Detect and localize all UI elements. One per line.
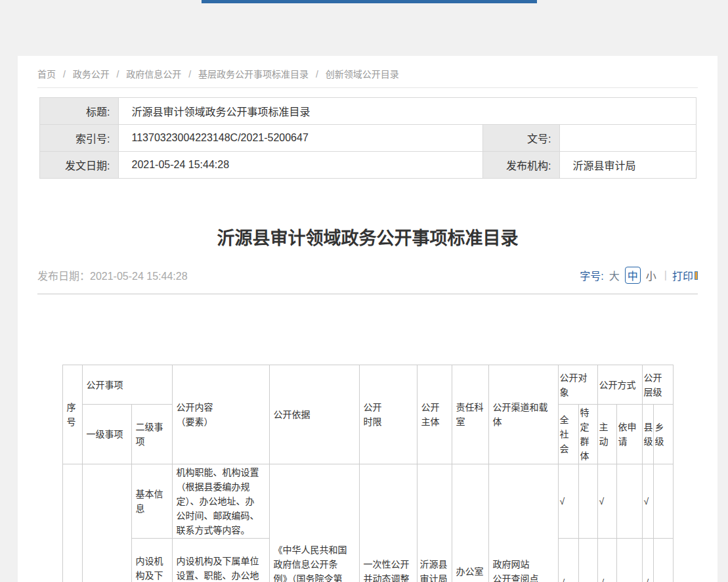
header-xuhao: 序 号 (62, 365, 82, 464)
cell-qudao-zaiti: 政府网站 公开查阅点 (488, 464, 558, 582)
page-title: 沂源县审计领域政务公开事项标准目录 (37, 227, 698, 250)
header-erji-shixiang: 二级事 项 (131, 405, 172, 464)
fontsize-small-button[interactable]: 小 (646, 267, 656, 283)
info-date-value: 2021-05-24 15:44:28 (118, 152, 482, 179)
cell-gongkai-yiju: 《中华人民共和国 政府信息公开条 例》（国务院令第 711号） (269, 464, 359, 582)
cell-xuhao (62, 464, 82, 582)
header-gongkai-yiju: 公开依据 (269, 365, 359, 464)
breadcrumb-item-jiceng[interactable]: 基层政务公开事项标准目录 (198, 69, 309, 79)
table-row: 标题: 沂源县审计领域政务公开事项标准目录 (39, 98, 696, 125)
header-zhudong: 主 动 (597, 405, 616, 464)
print-icon[interactable] (695, 271, 698, 280)
breadcrumb-divider (37, 87, 698, 88)
publish-date-value: 2021-05-24 15:44:28 (90, 271, 188, 282)
header-qudao-zaiti: 公开渠道和载 体 (488, 365, 558, 464)
header-zeren-keshi: 责任科 室 (452, 365, 488, 464)
header-gongkai-shixiang: 公开事项 (82, 365, 172, 405)
info-title-value: 沂源县审计领域政务公开事项标准目录 (118, 98, 696, 125)
header-teding-qunti: 特 定 群 体 (578, 405, 597, 464)
header-gongkai-duixiang: 公开对 象 (558, 365, 597, 405)
header-yiji-shixiang: 一级事项 (82, 405, 131, 464)
cell-zeren-keshi: 办公室 (452, 464, 488, 582)
table-row: 发文日期: 2021-05-24 15:44:28 发布机构: 沂源县审计局 (39, 152, 696, 179)
document-info-table: 标题: 沂源县审计领域政务公开事项标准目录 索引号: 1137032300422… (39, 97, 696, 179)
info-docnum-value (559, 125, 696, 152)
cell-check-xiangji (653, 539, 673, 582)
breadcrumb-separator: / (117, 69, 119, 79)
cell-check-yishenqing (616, 464, 642, 539)
cell-check-quanshehui: √ (558, 464, 578, 539)
breadcrumb-separator: / (188, 69, 191, 79)
article-meta: 发布日期：2021-05-24 15:44:28 字号: 大 中 小 | 打印 (37, 267, 698, 284)
cell-check-xiangji (653, 464, 673, 539)
info-index-label: 索引号: (39, 125, 118, 152)
info-docnum-label: 文号: (482, 125, 559, 152)
header-gongkai-neirong: 公开内容 （要素） (172, 365, 269, 464)
meta-separator: | (664, 269, 667, 281)
header-xianji: 县 级 (642, 405, 653, 464)
publish-date-label: 发布日期： (37, 271, 90, 282)
content-card: 首页 / 政务公开 / 政府信息公开 / 基层政务公开事项标准目录 / 创新领域… (18, 56, 717, 582)
cell-gongkai-zhuti: 沂源县 审计局 (417, 464, 452, 582)
table-row: 基本信 息 机构职能、机构设置 （根据县委编办规 定）、办公地址、办 公时间、邮… (62, 464, 673, 539)
cell-check-xianji: √ (642, 539, 653, 582)
breadcrumb-separator: / (316, 69, 318, 79)
cell-check-quanshehui: √ (558, 539, 578, 582)
cell-check-teding (578, 464, 597, 539)
info-title-label: 标题: (39, 98, 118, 125)
info-org-label: 发布机构: (482, 152, 559, 179)
header-yishenqing: 依申 请 (616, 405, 642, 464)
fontsize-label: 字号: (580, 267, 603, 283)
fontsize-large-button[interactable]: 大 (609, 267, 620, 283)
fontsize-medium-button[interactable]: 中 (625, 267, 641, 284)
cell-gongkai-neirong: 机构职能、机构设置 （根据县委编办规 定）、办公地址、办 公时间、邮政编码、 联… (172, 464, 269, 539)
cell-check-xianji: √ (642, 464, 653, 539)
table-row: 索引号: 11370323004223148C/2021-5200647 文号: (39, 125, 696, 152)
table-header-row: 序 号 公开事项 公开内容 （要素） 公开依据 公开 时限 公开 主体 责任科 … (62, 365, 673, 405)
header-gongkai-zhuti: 公开 主体 (417, 365, 452, 464)
header-gongkai-cengji: 公开 层级 (642, 365, 673, 405)
header-xiangji: 乡 级 (653, 405, 673, 464)
header-gongkai-shixian: 公开 时限 (359, 365, 417, 464)
print-button[interactable]: 打印 (672, 267, 693, 283)
cell-gongkai-neirong: 内设机构及下属单位 设置、职能、办公地 址、办公时间、联系 方式、负责人姓名等 (172, 539, 269, 582)
info-date-label: 发文日期: (39, 152, 118, 179)
breadcrumb-item-xinxi[interactable]: 政府信息公开 (126, 69, 181, 79)
cell-check-zhudong: √ (597, 539, 616, 582)
info-org-value: 沂源县审计局 (559, 152, 696, 179)
cell-erji-shixiang: 基本信 息 (131, 464, 172, 539)
breadcrumb-item-zhengwu[interactable]: 政务公开 (73, 69, 110, 79)
header-quanshehui: 全社 会 (558, 405, 578, 464)
cell-check-teding (578, 539, 597, 582)
publish-date: 发布日期：2021-05-24 15:44:28 (37, 267, 188, 283)
breadcrumb-item-chuangxin[interactable]: 创新领域公开目录 (326, 69, 399, 79)
breadcrumb: 首页 / 政务公开 / 政府信息公开 / 基层政务公开事项标准目录 / 创新领域… (37, 56, 698, 80)
cell-check-zhudong: √ (597, 464, 616, 539)
breadcrumb-separator: / (63, 69, 66, 79)
breadcrumb-item-home[interactable]: 首页 (37, 69, 56, 79)
cell-gongkai-shixian: 一次性公开 并动态调整 (359, 464, 417, 582)
meta-divider (37, 294, 698, 294)
cell-check-yishenqing (616, 539, 642, 582)
header-gongkai-fangshi: 公开方式 (597, 365, 642, 405)
info-index-value: 11370323004223148C/2021-5200647 (118, 125, 482, 152)
catalog-table: 序 号 公开事项 公开内容 （要素） 公开依据 公开 时限 公开 主体 责任科 … (62, 365, 674, 582)
cell-erji-shixiang: 内设机 构及下 属事业 单位 (131, 539, 172, 582)
top-accent-bar (202, 0, 537, 3)
cell-yiji-shixiang (82, 464, 131, 582)
